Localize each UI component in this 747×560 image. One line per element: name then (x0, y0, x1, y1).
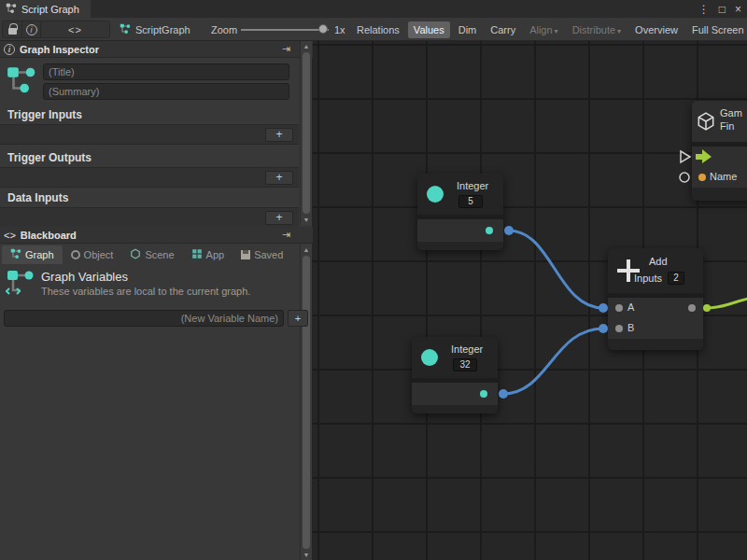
name-input-port[interactable] (698, 174, 706, 181)
input-port-b[interactable] (615, 325, 623, 332)
output-port[interactable] (480, 390, 487, 398)
window-maximize-icon[interactable]: □ (719, 3, 726, 16)
tab-object[interactable]: Object (63, 245, 122, 264)
overview-button[interactable]: Overview (629, 21, 684, 38)
node-port-row (412, 383, 498, 405)
toolbar: i <> ScriptGraph Zoom 1x Relations Value… (0, 18, 747, 41)
inspect-button[interactable]: i (21, 21, 40, 37)
scroll-down-icon[interactable]: ▼ (301, 215, 312, 225)
graph-canvas[interactable]: Integer 5 Integer 32 (313, 41, 747, 560)
zoom-slider[interactable] (241, 21, 329, 38)
graph-inspector-header: i Graph Inspector ⇥ (0, 41, 313, 58)
chevron-down-icon: ▾ (555, 27, 558, 35)
wire-endpoint (703, 304, 711, 312)
tab-script-graph[interactable]: Script Graph (0, 0, 91, 18)
port-row-a: A (608, 298, 703, 318)
blackboard-header: <> Blackboard ⇥ (0, 227, 313, 244)
scroll-up-icon[interactable]: ▲ (301, 245, 312, 255)
scrollbar-thumb[interactable] (303, 52, 310, 214)
input-port-a[interactable] (615, 304, 623, 312)
graph-asset-icon (120, 23, 131, 36)
output-port[interactable] (486, 227, 493, 234)
blackboard-scrollbar[interactable]: ▲ ▼ (300, 245, 312, 560)
trigger-inputs-add-button[interactable]: + (265, 128, 293, 142)
wire-endpoint (599, 303, 608, 313)
wire-int32-to-b (503, 329, 603, 394)
integer-value-field[interactable]: 32 (453, 358, 477, 371)
node-port-row (417, 219, 503, 242)
lock-button[interactable] (3, 21, 21, 37)
cube-icon (696, 111, 716, 133)
app-tab-icon (191, 248, 203, 261)
carry-button[interactable]: Carry (485, 21, 521, 38)
tab-saved[interactable]: Saved (233, 245, 291, 264)
node-gameobject-find[interactable]: Gam Fin Name (692, 101, 747, 201)
data-inputs-list: + (0, 207, 299, 228)
blackboard-icon: <> (4, 230, 16, 241)
graph-icon (6, 63, 37, 99)
tab-title: Script Graph (21, 4, 79, 15)
node-title: Integer (451, 343, 483, 355)
dock-icon[interactable]: ⇥ (282, 229, 290, 241)
lock-icon (8, 28, 17, 35)
toolbar-buttons: Relations Values Dim Carry Align▾ Distri… (351, 21, 747, 38)
wire-endpoint (504, 226, 514, 235)
node-add[interactable]: Add Inputs 2 A B (608, 248, 703, 350)
edit-source-button[interactable]: <> (40, 21, 109, 37)
values-button[interactable]: Values (408, 21, 450, 38)
window-controls: ⋮ □ × (698, 0, 741, 18)
wire-add-output (707, 299, 747, 308)
dock-icon[interactable]: ⇥ (282, 43, 290, 55)
titlebar: Script Graph ⋮ □ × (0, 0, 747, 18)
zoom-label: Zoom (211, 24, 237, 35)
new-variable-input[interactable] (4, 310, 284, 327)
node-footer (692, 188, 747, 201)
integer-type-icon (427, 186, 444, 203)
script-graph-tab-icon (6, 3, 17, 16)
distribute-button[interactable]: Distribute▾ (567, 21, 627, 38)
scroll-down-icon[interactable]: ▼ (301, 550, 312, 560)
graph-variables-title: Graph Variables (41, 270, 128, 284)
inputs-count-field[interactable]: 2 (668, 272, 684, 285)
node-title: Integer (457, 180, 488, 191)
node-title-line2: Fin (720, 120, 734, 132)
graph-breadcrumb[interactable]: ScriptGraph (120, 21, 190, 38)
integer-value-field[interactable]: 5 (458, 195, 483, 208)
output-port-sum[interactable] (688, 304, 696, 312)
node-header: Integer 5 (417, 174, 503, 215)
value-input-port-icon (680, 173, 689, 182)
dim-button[interactable]: Dim (453, 21, 483, 38)
data-inputs-add-button[interactable]: + (265, 211, 293, 225)
window-close-icon[interactable]: × (735, 3, 741, 16)
trigger-outputs-label: Trigger Outputs (7, 151, 92, 164)
graph-summary-input[interactable] (43, 83, 289, 100)
flow-input-port-icon (681, 151, 690, 162)
inspector-scrollbar[interactable]: ▲ ▼ (300, 41, 312, 225)
window-menu-icon[interactable]: ⋮ (698, 3, 710, 16)
tab-scene[interactable]: Scene (121, 245, 182, 264)
node-header: Integer 32 (412, 337, 498, 378)
trigger-inputs-list: + (0, 124, 299, 145)
align-button[interactable]: Align▾ (524, 21, 563, 38)
new-variable-add-button[interactable]: + (288, 310, 308, 327)
node-header: Add Inputs 2 (608, 248, 703, 293)
scroll-up-icon[interactable]: ▲ (301, 41, 312, 51)
port-row-b: B (608, 318, 703, 339)
zoom-slider-track (241, 29, 329, 31)
node-integer-1[interactable]: Integer 5 (417, 174, 503, 250)
tab-graph[interactable]: Graph (2, 245, 63, 264)
node-subtitle: Inputs (634, 273, 662, 284)
wire-endpoint (599, 324, 608, 333)
saved-tab-icon (241, 250, 250, 259)
zoom-slider-knob[interactable] (318, 24, 328, 34)
trigger-outputs-add-button[interactable]: + (265, 171, 293, 185)
graph-variables-icon (6, 268, 35, 300)
node-footer (417, 242, 503, 250)
node-integer-2[interactable]: Integer 32 (412, 337, 498, 413)
tab-app[interactable]: App (183, 245, 233, 264)
relations-button[interactable]: Relations (351, 21, 405, 38)
info-icon: i (26, 24, 37, 35)
scrollbar-thumb[interactable] (303, 256, 310, 549)
graph-title-input[interactable] (43, 63, 289, 80)
full-screen-button[interactable]: Full Screen (686, 21, 747, 38)
